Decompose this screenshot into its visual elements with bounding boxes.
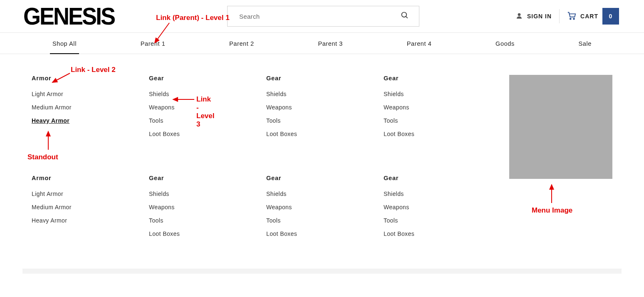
menu-column: Gear Shields Weapons Tools Loot Boxes [384, 75, 501, 144]
menu-link[interactable]: Shields [266, 91, 384, 97]
menu-column-header[interactable]: Gear [384, 175, 501, 181]
cart-icon [567, 11, 576, 22]
menu-link[interactable]: Shields [384, 91, 501, 97]
menu-column-header[interactable]: Armor [32, 75, 149, 82]
menu-column: Gear Shields Weapons Tools Loot Boxes [384, 175, 501, 244]
logo[interactable]: GENESIS [23, 5, 114, 28]
menu-link[interactable]: Shields [266, 191, 384, 197]
sign-in-button[interactable]: SIGN IN [515, 12, 552, 21]
nav-item-parent-3[interactable]: Parent 3 [315, 33, 345, 54]
menu-link[interactable]: Loot Boxes [384, 230, 501, 237]
menu-link[interactable]: Loot Boxes [266, 230, 384, 237]
menu-link[interactable]: Light Armor [32, 91, 149, 97]
nav-item-shop-all[interactable]: Shop All [50, 33, 79, 54]
search-input[interactable] [239, 13, 384, 20]
mega-menu-columns: Armor Light Armor Medium Armor Heavy Arm… [32, 75, 501, 244]
divider [559, 9, 560, 23]
menu-link[interactable]: Shields [149, 191, 266, 197]
menu-column-header[interactable]: Gear [384, 75, 501, 82]
search-box[interactable] [227, 6, 419, 27]
menu-column-header[interactable]: Gear [266, 175, 384, 181]
menu-link[interactable]: Loot Boxes [149, 230, 266, 237]
svg-point-0 [402, 12, 407, 17]
menu-link[interactable]: Tools [384, 217, 501, 224]
menu-link[interactable]: Weapons [149, 204, 266, 210]
menu-link[interactable]: Loot Boxes [266, 131, 384, 137]
search-icon[interactable] [401, 11, 409, 21]
menu-link[interactable]: Tools [384, 117, 501, 124]
cart-button[interactable]: CART 0 [567, 8, 619, 25]
menu-link[interactable]: Weapons [266, 204, 384, 210]
menu-link[interactable]: Shields [384, 191, 501, 197]
svg-point-2 [518, 13, 521, 16]
svg-point-4 [573, 18, 575, 19]
menu-image[interactable] [509, 75, 612, 179]
menu-column-header[interactable]: Gear [149, 175, 266, 181]
menu-link[interactable]: Weapons [266, 104, 384, 111]
menu-column: Gear Shields Weapons Tools Loot Boxes [149, 175, 266, 244]
sign-in-label: SIGN IN [527, 13, 552, 20]
menu-link[interactable]: Tools [149, 217, 266, 224]
menu-column-header[interactable]: Armor [32, 175, 149, 181]
menu-link[interactable]: Weapons [384, 204, 501, 210]
menu-link[interactable]: Loot Boxes [149, 131, 266, 137]
menu-link[interactable]: Medium Armor [32, 104, 149, 111]
menu-column-header[interactable]: Gear [266, 75, 384, 82]
menu-column-header[interactable]: Gear [149, 75, 266, 82]
nav-item-goods[interactable]: Goods [493, 33, 517, 54]
scrollbar-track[interactable] [22, 269, 622, 274]
menu-link[interactable]: Loot Boxes [384, 131, 501, 137]
menu-column: Gear Shields Weapons Tools Loot Boxes [266, 75, 384, 144]
nav-item-parent-2[interactable]: Parent 2 [227, 33, 257, 54]
menu-link[interactable]: Tools [149, 117, 266, 124]
svg-line-1 [406, 17, 408, 18]
menu-link[interactable]: Medium Armor [32, 204, 149, 210]
menu-link-standout[interactable]: Heavy Armor [32, 117, 149, 124]
mega-menu: Armor Light Armor Medium Armor Heavy Arm… [0, 54, 644, 269]
menu-column: Armor Light Armor Medium Armor Heavy Arm… [32, 75, 149, 144]
user-icon [515, 12, 523, 21]
menu-column: Gear Shields Weapons Tools Loot Boxes [266, 175, 384, 244]
cart-label: CART [580, 13, 598, 20]
nav-item-parent-1[interactable]: Parent 1 [138, 33, 168, 54]
header-right: SIGN IN CART 0 [515, 8, 619, 25]
cart-count-badge: 0 [602, 8, 619, 25]
menu-link[interactable]: Shields [149, 91, 266, 97]
primary-nav: Shop All Parent 1 Parent 2 Parent 3 Pare… [0, 33, 644, 54]
menu-column: Armor Light Armor Medium Armor Heavy Arm… [32, 175, 149, 244]
nav-item-parent-4[interactable]: Parent 4 [404, 33, 434, 54]
menu-link[interactable]: Weapons [149, 104, 266, 111]
site-header: GENESIS SIGN IN [0, 0, 644, 33]
menu-link[interactable]: Tools [266, 217, 384, 224]
menu-link[interactable]: Weapons [384, 104, 501, 111]
svg-point-3 [570, 18, 571, 19]
menu-link[interactable]: Heavy Armor [32, 217, 149, 224]
menu-column: Gear Shields Weapons Tools Loot Boxes [149, 75, 266, 144]
nav-item-sale[interactable]: Sale [576, 33, 594, 54]
menu-link[interactable]: Tools [266, 117, 384, 124]
menu-link[interactable]: Light Armor [32, 191, 149, 197]
